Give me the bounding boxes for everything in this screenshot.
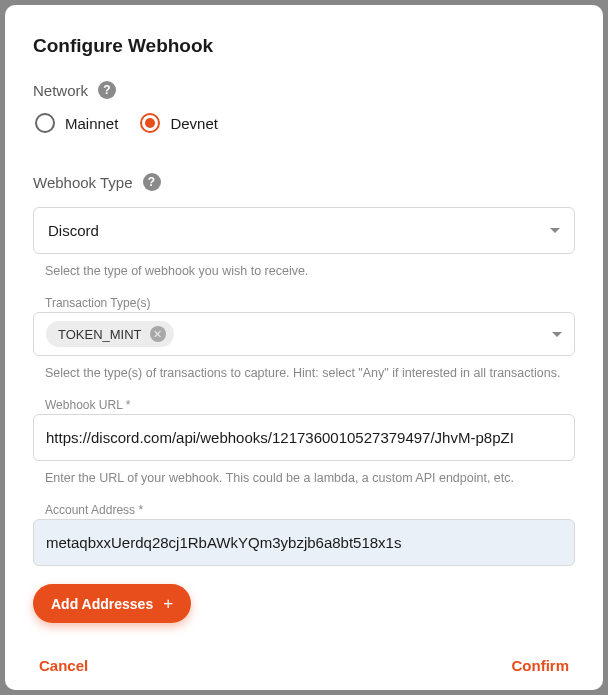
webhook-type-value: Discord: [48, 222, 99, 239]
radio-circle-selected-icon: [140, 113, 160, 133]
transaction-types-select[interactable]: TOKEN_MINT ✕: [33, 312, 575, 356]
configure-webhook-modal: Configure Webhook Network ? Mainnet Devn…: [5, 5, 603, 690]
cancel-button[interactable]: Cancel: [33, 653, 94, 678]
radio-circle-icon: [35, 113, 55, 133]
webhook-type-select[interactable]: Discord: [33, 207, 575, 254]
transaction-types-label: Transaction Type(s): [33, 296, 575, 310]
network-radio-group: Mainnet Devnet: [33, 113, 575, 133]
webhook-type-label-row: Webhook Type ?: [33, 173, 575, 191]
chevron-down-icon: [552, 332, 562, 337]
transaction-type-chip: TOKEN_MINT ✕: [46, 321, 174, 347]
account-address-label: Account Address *: [33, 503, 575, 517]
webhook-url-label: Webhook URL *: [33, 398, 575, 412]
webhook-url-helper: Enter the URL of your webhook. This coul…: [33, 471, 575, 485]
confirm-button[interactable]: Confirm: [506, 653, 576, 678]
help-icon[interactable]: ?: [143, 173, 161, 191]
radio-mainnet[interactable]: Mainnet: [35, 113, 118, 133]
radio-devnet-label: Devnet: [170, 115, 218, 132]
network-label: Network: [33, 82, 88, 99]
plus-icon: +: [163, 595, 173, 612]
radio-dot-icon: [145, 118, 155, 128]
chip-remove-icon[interactable]: ✕: [150, 326, 166, 342]
modal-title: Configure Webhook: [33, 35, 575, 57]
transaction-types-helper: Select the type(s) of transactions to ca…: [33, 366, 575, 380]
modal-footer: Cancel Confirm: [33, 623, 575, 678]
account-address-input[interactable]: [33, 519, 575, 566]
chevron-down-icon: [550, 228, 560, 233]
add-addresses-button[interactable]: Add Addresses +: [33, 584, 191, 623]
webhook-url-input[interactable]: [33, 414, 575, 461]
webhook-type-label: Webhook Type: [33, 174, 133, 191]
add-addresses-label: Add Addresses: [51, 596, 153, 612]
radio-mainnet-label: Mainnet: [65, 115, 118, 132]
webhook-type-helper: Select the type of webhook you wish to r…: [33, 264, 575, 278]
network-label-row: Network ?: [33, 81, 575, 99]
help-icon[interactable]: ?: [98, 81, 116, 99]
chip-label: TOKEN_MINT: [58, 327, 142, 342]
radio-devnet[interactable]: Devnet: [140, 113, 218, 133]
